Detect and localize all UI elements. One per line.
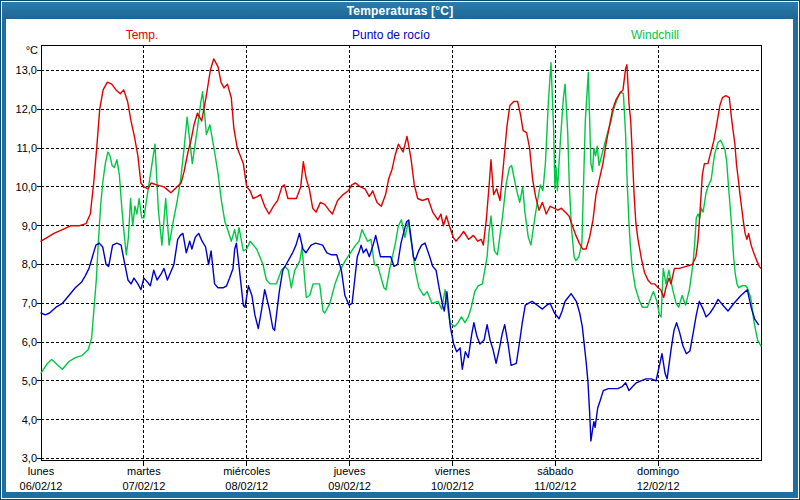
temperature-chart: 13,012,011,010,09,08,07,06,05,04,03,0°CT… — [1, 1, 800, 500]
day-name-label: miércoles — [223, 465, 271, 477]
y-tick-label: 9,0 — [22, 220, 37, 232]
y-tick-label: 4,0 — [22, 414, 37, 426]
day-name-label: jueves — [333, 465, 366, 477]
day-name-label: domingo — [637, 465, 679, 477]
y-tick-label: 3,0 — [22, 452, 37, 464]
legend-label: Temp. — [126, 28, 159, 42]
y-tick-label: 10,0 — [16, 181, 37, 193]
day-date-label: 10/02/12 — [431, 480, 474, 492]
day-date-label: 09/02/12 — [328, 480, 371, 492]
series-line-0 — [41, 59, 761, 298]
day-date-label: 11/02/12 — [534, 480, 576, 492]
day-name-label: lunes — [28, 465, 55, 477]
series-line-1 — [41, 220, 758, 441]
day-date-label: 08/02/12 — [225, 480, 268, 492]
day-date-label: 07/02/12 — [122, 480, 165, 492]
day-date-label: 06/02/12 — [20, 480, 63, 492]
day-name-label: martes — [127, 465, 161, 477]
y-tick-label: 7,0 — [22, 297, 37, 309]
day-name-label: viernes — [435, 465, 471, 477]
legend-label: Windchill — [631, 28, 679, 42]
day-date-label: 12/02/12 — [637, 480, 680, 492]
legend-label: Punto de rocío — [352, 28, 430, 42]
y-tick-label: 11,0 — [16, 142, 37, 154]
y-tick-label: 13,0 — [16, 64, 37, 76]
y-tick-label: 8,0 — [22, 258, 37, 270]
y-tick-label: 6,0 — [22, 336, 37, 348]
plot-frame — [41, 45, 761, 461]
y-tick-label: 12,0 — [16, 103, 37, 115]
day-name-label: sábado — [537, 465, 573, 477]
y-tick-label: 5,0 — [22, 375, 37, 387]
y-axis-unit-label: °C — [26, 44, 38, 56]
app-window: Temperaturas [°C] 13,012,011,010,09,08,0… — [0, 0, 800, 500]
